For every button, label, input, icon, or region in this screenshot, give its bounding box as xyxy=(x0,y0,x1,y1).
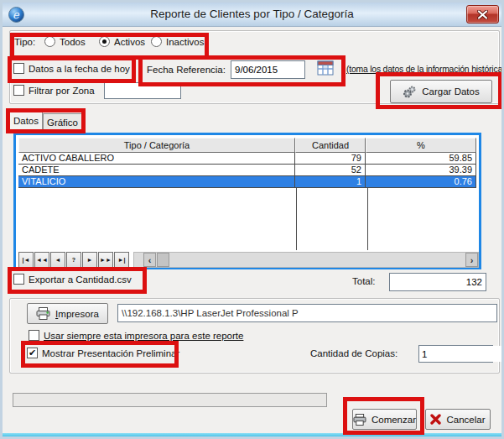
scroll-right-arrow[interactable]: › xyxy=(465,253,478,267)
exportar-csv-label: Exportar a Cantidad.csv xyxy=(29,274,132,285)
radio-inactivos[interactable]: Inactivos xyxy=(151,36,204,47)
cell-pct: 59.85 xyxy=(366,153,476,165)
nav-fastfwd-button[interactable]: ►► xyxy=(98,252,113,268)
cell-pct: 0.76 xyxy=(366,176,476,188)
cell-tipo: VITALICIO xyxy=(18,176,295,188)
tab-grafico-label: Gráfico xyxy=(47,118,78,128)
nav-fastback-button[interactable]: ◄◄ xyxy=(34,252,49,268)
fecha-hoy-label: Datos a la fecha de hoy xyxy=(29,64,130,74)
total-label: Total: xyxy=(352,276,376,286)
printer-path-field[interactable] xyxy=(117,304,497,322)
preview-label: Mostrar Presentación Preliminar xyxy=(42,348,179,358)
preview-checkbox[interactable]: ✔ xyxy=(27,348,38,358)
grid-header-row: Tipo / Categoría Cantidad % xyxy=(18,138,476,153)
calendar-icon[interactable] xyxy=(316,59,335,77)
usar-siempre-checkbox[interactable] xyxy=(29,330,39,341)
table-row-selected[interactable]: VITALICIO 1 0.76 xyxy=(18,176,476,188)
zona-input[interactable] xyxy=(104,82,181,99)
grid-column-line xyxy=(296,188,297,250)
cell-tipo: CADETE xyxy=(18,165,295,176)
filtrar-zona-label: Filtrar por Zona xyxy=(29,86,95,96)
cell-pct: 39.39 xyxy=(366,165,476,176)
tab-datos[interactable]: Datos xyxy=(9,111,43,132)
scroll-left-arrow[interactable]: ‹ xyxy=(143,253,156,267)
gears-icon xyxy=(403,85,417,99)
filtrar-zona-checkbox[interactable] xyxy=(13,85,24,96)
nav-help-button[interactable]: ? xyxy=(66,252,81,268)
grid-horizontal-scrollbar[interactable]: ‹ › xyxy=(133,252,479,268)
nav-last-button[interactable]: ►| xyxy=(114,252,129,268)
red-x-icon xyxy=(430,414,441,425)
radio-icon xyxy=(44,36,55,47)
impresora-button[interactable]: Impresora xyxy=(27,303,108,324)
fecha-referencia-input[interactable] xyxy=(231,60,305,79)
table-row[interactable]: ACTIVO CABALLERO 79 59.85 xyxy=(18,153,476,165)
checkmark-icon: ✔ xyxy=(29,348,36,358)
nota-historica-label: (toma los datos de la información histór… xyxy=(346,65,504,74)
tab-grafico[interactable]: Gráfico xyxy=(43,113,82,132)
cell-cantidad: 1 xyxy=(295,176,366,188)
cell-cantidad: 79 xyxy=(295,153,366,165)
cell-cantidad: 52 xyxy=(295,165,366,176)
usar-siempre-label: Usar siempre esta impresora para este re… xyxy=(44,331,243,341)
grid-column-line xyxy=(367,188,368,250)
copias-spinner: ▲ ▼ xyxy=(418,345,493,363)
column-header-tipo[interactable]: Tipo / Categoría xyxy=(18,138,295,153)
window-bottom-edge xyxy=(3,433,501,436)
exportar-csv-checkbox[interactable] xyxy=(13,274,24,285)
dialog-window: e Reporte de Clientes por Tipo / Categor… xyxy=(0,0,504,439)
copias-input[interactable] xyxy=(419,346,504,362)
tipo-label: Tipo: xyxy=(14,37,35,47)
nav-next-button[interactable]: ► xyxy=(82,252,97,268)
radio-activos[interactable]: Activos xyxy=(99,36,145,47)
radio-icon xyxy=(151,36,162,47)
close-x-icon xyxy=(477,10,488,19)
cargar-datos-label: Cargar Datos xyxy=(422,86,479,97)
cancelar-button[interactable]: Cancelar xyxy=(425,409,491,430)
printer-icon xyxy=(36,307,50,320)
comenzar-button[interactable]: Comenzar xyxy=(352,409,417,430)
fecha-referencia-label: Fecha Referencia: xyxy=(147,65,226,75)
nav-first-button[interactable]: |◄ xyxy=(18,252,34,268)
cargar-datos-button[interactable]: Cargar Datos xyxy=(390,80,492,103)
title-bar: e Reporte de Clientes por Tipo / Categor… xyxy=(3,3,501,27)
record-navigator: |◄ ◄◄ ◄ ? ► ►► ►| xyxy=(18,252,129,268)
progress-bar xyxy=(13,393,327,407)
radio-todos-label: Todos xyxy=(60,37,86,47)
tab-datos-label: Datos xyxy=(13,116,39,126)
comenzar-label: Comenzar xyxy=(372,415,416,425)
cell-tipo: ACTIVO CABALLERO xyxy=(18,153,295,165)
radio-selected-icon xyxy=(99,36,110,47)
nav-prev-button[interactable]: ◄ xyxy=(50,252,65,268)
table-row[interactable]: CADETE 52 39.39 xyxy=(18,165,476,176)
copias-label: Cantidad de Copias: xyxy=(310,348,397,358)
radio-todos[interactable]: Todos xyxy=(44,36,86,47)
column-header-pct[interactable]: % xyxy=(366,138,476,153)
dialog-title: Reporte de Clientes por Tipo / Categoría xyxy=(3,3,501,27)
scroll-thumb[interactable] xyxy=(157,253,169,267)
radio-inactivos-label: Inactivos xyxy=(166,37,204,47)
total-value-field xyxy=(389,273,486,291)
column-header-cantidad[interactable]: Cantidad xyxy=(295,138,366,153)
printer-icon xyxy=(353,414,366,426)
impresora-label: Impresora xyxy=(55,309,99,319)
grid-panel: Tipo / Categoría Cantidad % ACTIVO CABAL… xyxy=(13,133,481,269)
radio-activos-label: Activos xyxy=(114,37,145,47)
cancelar-label: Cancelar xyxy=(446,415,485,425)
close-button[interactable] xyxy=(466,5,499,24)
fecha-hoy-checkbox[interactable] xyxy=(13,63,24,74)
